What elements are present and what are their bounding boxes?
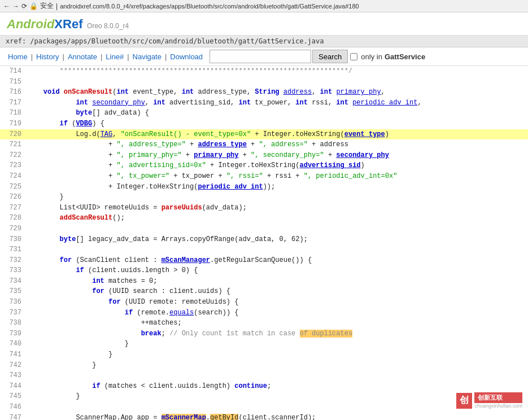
line-number[interactable]: 747 — [0, 413, 27, 420]
table-row: 716 void onScanResult(int event_type, in… — [0, 87, 528, 98]
line-content — [27, 370, 528, 381]
line-number[interactable]: 728 — [0, 213, 27, 224]
table-row: 736 for (UUID remote: remoteUuids) { — [0, 297, 528, 308]
line-number[interactable]: 737 — [0, 308, 27, 318]
refresh-button[interactable]: ⟳ — [21, 2, 27, 10]
line-content: byte[] adv_data) { — [27, 108, 528, 119]
line-number[interactable]: 742 — [0, 360, 27, 371]
line-number[interactable]: 732 — [0, 255, 27, 266]
line-number[interactable]: 743 — [0, 370, 27, 381]
line-number[interactable]: 738 — [0, 318, 27, 329]
line-content: if (client.uuids.length > 0) { — [27, 265, 528, 276]
line-content: + ", tx_power=" + tx_power + ", rssi=" +… — [27, 171, 528, 182]
lock-icon: 🔒 — [29, 2, 38, 10]
line-number[interactable]: 735 — [0, 286, 27, 297]
line-number[interactable]: 716 — [0, 87, 27, 98]
line-content: addScanResult(); — [27, 213, 528, 224]
only-in-checkbox[interactable] — [350, 53, 357, 60]
line-content: } — [27, 339, 528, 349]
table-row: 747 ScannerMap.App app = mScannerMap.get… — [0, 413, 528, 420]
watermark: 创 创新互联 chuangxinhulian.com — [456, 392, 522, 409]
table-row: 731 — [0, 244, 528, 255]
line-content: ****************************************… — [27, 66, 528, 77]
logo-version: Oreo 8.0.0_r4 — [87, 22, 129, 30]
table-row: 714 ************************************… — [0, 66, 528, 77]
table-row: 739 break; // Only count 1st match in ca… — [0, 329, 528, 339]
table-row: 720 Log.d(TAG, "onScanResult() - event_t… — [0, 129, 528, 140]
line-number[interactable]: 723 — [0, 160, 27, 171]
line-number[interactable]: 724 — [0, 171, 27, 182]
line-number[interactable]: 717 — [0, 98, 27, 108]
table-row: 725 + Integer.toHexString(periodic_adv_i… — [0, 182, 528, 193]
line-number[interactable]: 744 — [0, 381, 27, 392]
line-number[interactable]: 736 — [0, 297, 27, 308]
search-input[interactable] — [210, 50, 311, 63]
table-row: 723 + ", advertising_sid=0x" + Integer.t… — [0, 160, 528, 171]
breadcrumb: xref: /packages/apps/Bluetooth/src/com/a… — [0, 36, 528, 47]
line-number[interactable]: 720 — [0, 129, 27, 140]
nav-navigate[interactable]: Navigate — [130, 51, 164, 62]
nav-home[interactable]: Home — [6, 51, 30, 62]
browser-address-bar: ← → ⟳ 🔒 安全 | androidxref.com/8.0.0_r4/xr… — [0, 0, 528, 12]
line-number[interactable]: 718 — [0, 108, 27, 119]
line-content: byte[] legacy_adv_data = Arrays.copyOfRa… — [27, 234, 528, 245]
table-row: 742 } — [0, 360, 528, 371]
nav-lineno[interactable]: Line# — [103, 51, 126, 62]
line-content: break; // Only count 1st match in case o… — [27, 329, 528, 339]
watermark-text1: 创新互联 — [474, 392, 522, 403]
table-row: 730 byte[] legacy_adv_data = Arrays.copy… — [0, 234, 528, 245]
line-number[interactable]: 733 — [0, 265, 27, 276]
table-row: 741 } — [0, 349, 528, 360]
line-number[interactable]: 740 — [0, 339, 27, 349]
table-row: 734 int matches = 0; — [0, 276, 528, 287]
line-number[interactable]: 731 — [0, 244, 27, 255]
table-row: 728 addScanResult(); — [0, 213, 528, 224]
line-content: if (remote.equals(search)) { — [27, 308, 528, 318]
table-row: 737 if (remote.equals(search)) { — [0, 308, 528, 318]
table-row: 718 byte[] adv_data) { — [0, 108, 528, 119]
line-number[interactable]: 729 — [0, 224, 27, 234]
line-number[interactable]: 715 — [0, 77, 27, 88]
search-button[interactable]: Search — [312, 50, 348, 63]
line-content: + ", advertising_sid=0x" + Integer.toHex… — [27, 160, 528, 171]
nav-download[interactable]: Download — [168, 51, 205, 62]
breadcrumb-text: xref: /packages/apps/Bluetooth/src/com/a… — [6, 37, 324, 45]
line-number[interactable]: 745 — [0, 391, 27, 402]
line-number[interactable]: 726 — [0, 192, 27, 203]
line-content: int secondary_phy, int advertising_sid, … — [27, 98, 528, 108]
line-number[interactable]: 739 — [0, 329, 27, 339]
line-number[interactable]: 741 — [0, 349, 27, 360]
nav-annotate[interactable]: Annotate — [66, 51, 99, 62]
line-number[interactable]: 722 — [0, 150, 27, 161]
line-number[interactable]: 746 — [0, 402, 27, 413]
table-row: 732 for (ScanClient client : mScanManage… — [0, 255, 528, 266]
line-content — [27, 244, 528, 255]
line-number[interactable]: 734 — [0, 276, 27, 287]
line-number[interactable]: 725 — [0, 182, 27, 193]
line-number[interactable]: 721 — [0, 139, 27, 150]
table-row: 744 if (matches < client.uuids.length) c… — [0, 381, 528, 392]
line-content — [27, 402, 528, 413]
nav-history[interactable]: History — [34, 51, 61, 62]
forward-button[interactable]: → — [12, 2, 19, 10]
line-content: } — [27, 360, 528, 371]
table-row: 722 + ", primary_phy=" + primary_phy + "… — [0, 150, 528, 161]
line-content: if (matches < client.uuids.length) conti… — [27, 381, 528, 392]
table-row: 746 — [0, 402, 528, 413]
table-row: 721 + ", address_type=" + address_type +… — [0, 139, 528, 150]
table-row: 715 — [0, 77, 528, 88]
line-number[interactable]: 727 — [0, 203, 27, 213]
back-button[interactable]: ← — [3, 2, 10, 10]
line-number[interactable]: 714 — [0, 66, 27, 77]
table-row: 733 if (client.uuids.length > 0) { — [0, 265, 528, 276]
line-content: for (ScanClient client : mScanManager.ge… — [27, 255, 528, 266]
security-label: 安全 — [40, 1, 54, 11]
table-row: 743 — [0, 370, 528, 381]
logo-xref: XRef — [54, 17, 82, 31]
table-row: 727 List<UUID> remoteUuids = parseUuids(… — [0, 203, 528, 213]
code-container: 714 ************************************… — [0, 66, 528, 420]
line-content: List<UUID> remoteUuids = parseUuids(adv_… — [27, 203, 528, 213]
table-row: 745 } — [0, 391, 528, 402]
line-number[interactable]: 719 — [0, 119, 27, 129]
line-number[interactable]: 730 — [0, 234, 27, 245]
